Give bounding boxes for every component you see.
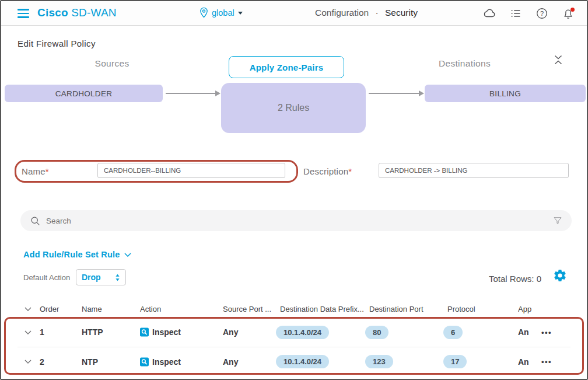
description-input[interactable] <box>379 163 569 178</box>
caret-down-icon <box>238 12 243 15</box>
rule-app: An <box>518 327 541 337</box>
name-input[interactable] <box>97 163 285 178</box>
required-asterisk: * <box>348 166 352 176</box>
column-header-protocol: Protocol <box>447 305 518 313</box>
column-header-source-port: Source Port ... <box>223 305 280 313</box>
flow-arrow <box>166 93 216 94</box>
rule-action: Inspect <box>140 357 223 367</box>
svg-text:?: ? <box>540 10 544 17</box>
filter-icon[interactable] <box>552 215 563 226</box>
default-action-select[interactable]: Drop <box>76 269 126 285</box>
sources-label: Sources <box>60 58 164 69</box>
rule-name: HTTP <box>82 327 140 337</box>
rule-app: An <box>518 357 541 367</box>
protocol-badge: 6 <box>443 326 463 339</box>
row-more-button[interactable]: ••• <box>541 328 570 337</box>
row-more-button[interactable]: ••• <box>541 357 570 366</box>
row-expand-chevron-icon[interactable] <box>18 330 40 334</box>
add-rule-link[interactable]: Add Rule/Rule Set Rule <box>23 250 131 259</box>
rule-source-port: Any <box>223 327 280 337</box>
brand-bold: Cisco <box>37 6 68 19</box>
column-header-dest-port: Destination Port <box>369 305 447 313</box>
expand-all-chevron-icon[interactable] <box>18 307 40 311</box>
dest-port-badge: 123 <box>365 355 393 368</box>
menu-button[interactable] <box>18 8 30 19</box>
app-window: Cisco SD-WAN global Configuration · Secu… <box>0 0 588 380</box>
default-action-value: Drop <box>82 273 101 282</box>
nav-icon-group: ? <box>482 1 575 26</box>
notifications-button[interactable] <box>561 6 575 20</box>
location-pin-icon <box>200 7 208 18</box>
rule-name: NTP <box>82 357 140 367</box>
total-rows-label: Total Rows: 0 <box>489 274 541 284</box>
dest-prefix-badge: 10.1.4.0/24 <box>276 326 329 339</box>
column-header-action: Action <box>140 305 223 313</box>
destinations-label: Destinations <box>411 58 519 69</box>
list-icon[interactable] <box>509 6 523 20</box>
rule-source-port: Any <box>223 357 280 367</box>
column-header-name: Name <box>82 305 140 313</box>
column-header-order: Order <box>40 305 82 313</box>
column-header-app: App <box>518 305 541 313</box>
collapse-panel-control[interactable] <box>554 55 562 65</box>
search-input[interactable] <box>46 217 552 225</box>
search-icon <box>30 216 40 226</box>
page-title: Edit Firewall Policy <box>18 39 96 48</box>
rules-table: Order Name Action Source Port ... Destin… <box>18 300 570 376</box>
protocol-badge: 17 <box>443 355 467 368</box>
cloud-icon[interactable] <box>482 6 496 20</box>
dest-prefix-badge: 10.1.4.0/24 <box>276 355 329 368</box>
name-label: Name* <box>22 166 49 176</box>
chevron-down-icon <box>124 253 131 257</box>
rule-order: 2 <box>40 357 82 367</box>
default-action-label: Default Action <box>23 273 70 282</box>
dest-port-badge: 80 <box>365 326 388 339</box>
column-header-dest-prefix: Destination Data Prefix... <box>280 305 369 313</box>
table-header-row: Order Name Action Source Port ... Destin… <box>18 300 570 318</box>
required-asterisk: * <box>46 166 49 176</box>
hamburger-icon <box>18 9 29 11</box>
row-expand-chevron-icon[interactable] <box>18 360 40 364</box>
top-nav: Cisco SD-WAN global Configuration · Secu… <box>1 1 587 26</box>
rule-action: Inspect <box>140 327 223 337</box>
rules-summary-box[interactable]: 2 Rules <box>221 83 366 133</box>
apply-zone-pairs-button[interactable]: Apply Zone-Pairs <box>229 56 344 78</box>
breadcrumb: Configuration · Security <box>315 8 418 18</box>
flow-arrow <box>369 93 419 94</box>
inspect-icon <box>140 357 149 367</box>
location-selector[interactable]: global <box>200 7 243 18</box>
rule-order: 1 <box>40 327 82 337</box>
notification-dot <box>570 8 575 12</box>
source-zone-chip[interactable]: CARDHOLDER <box>5 85 163 102</box>
breadcrumb-separator: · <box>376 8 379 18</box>
help-icon[interactable]: ? <box>535 6 549 20</box>
description-label: Description* <box>303 166 352 176</box>
destination-zone-chip[interactable]: BILLING <box>425 85 586 102</box>
search-bar[interactable] <box>20 210 572 231</box>
sort-arrows-icon <box>115 274 120 281</box>
inspect-icon <box>140 327 149 337</box>
location-label: global <box>212 8 235 18</box>
brand-rest: SD-WAN <box>71 6 117 19</box>
column-settings-gear-icon[interactable] <box>553 269 567 283</box>
table-row: 1 HTTP Inspect Any 10.1.4.0/24 80 6 An •… <box>18 318 570 347</box>
main-content: Edit Firewall Policy Sources Apply Zone-… <box>1 26 587 380</box>
chevron-up-icon <box>554 60 562 65</box>
chevron-down-icon <box>554 55 562 60</box>
breadcrumb-page: Security <box>385 8 418 18</box>
table-row: 2 NTP Inspect Any 10.1.4.0/24 123 17 An … <box>18 347 570 376</box>
brand-logo: Cisco SD-WAN <box>37 6 117 19</box>
breadcrumb-section[interactable]: Configuration <box>315 8 369 18</box>
